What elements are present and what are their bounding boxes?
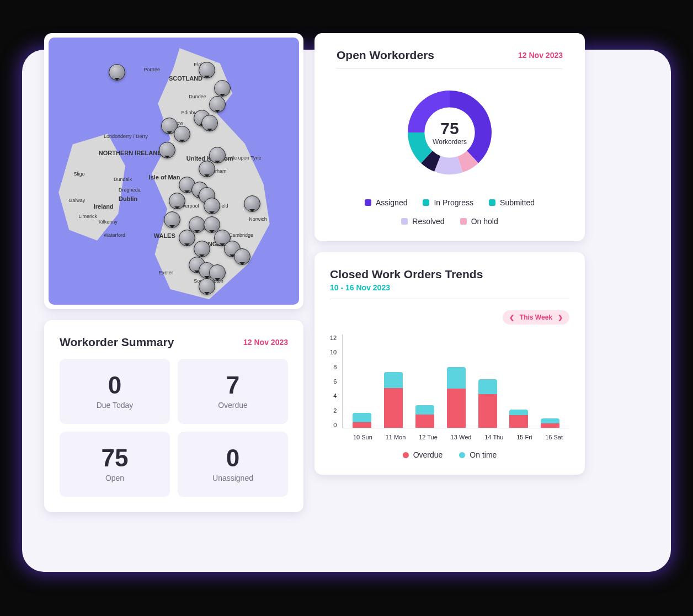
legend-label: Submitted (500, 198, 535, 207)
open-workorders-card: Open Workorders 12 Nov 2023 75 Workorder… (314, 33, 585, 241)
map-pin[interactable] (199, 161, 215, 177)
summary-title: Workorder Summary (60, 336, 174, 349)
legend-label: Assigned (376, 198, 408, 207)
map-label: Waterford (104, 232, 125, 238)
stat-label: Unassigned (183, 474, 282, 482)
legend-label: Overdue (413, 450, 443, 459)
map-label: Isle of Man (149, 174, 180, 180)
stat-value: 75 (65, 446, 164, 470)
x-tick: 11 Mon (386, 434, 406, 440)
uk-map[interactable]: SCOTLANDElginPortreeDundeeEdinburghGlasg… (49, 38, 299, 305)
map-pin[interactable] (209, 264, 226, 281)
bar-segment-overdue (509, 415, 528, 428)
map-pin[interactable] (164, 211, 180, 228)
map-label: Galway (68, 198, 85, 203)
bar-column[interactable] (447, 367, 466, 428)
bar-segment-ontime (509, 410, 528, 415)
legend-swatch (459, 452, 465, 458)
map-pin[interactable] (159, 142, 175, 158)
chevron-left-icon[interactable]: ❮ (509, 314, 514, 321)
legend-swatch (365, 199, 371, 206)
stat-label: Due Today (65, 401, 164, 410)
open-legend: AssignedIn ProgressSubmittedResolvedOn h… (337, 198, 563, 226)
map-label: NORTHERN IRELAND (99, 150, 162, 156)
map-label: Londonderry / Derry (104, 134, 148, 139)
legend-item[interactable]: On time (459, 450, 497, 459)
bar-segment-overdue (478, 394, 497, 428)
stat-tile[interactable]: 75Open (60, 432, 170, 497)
bar-legend: OverdueOn time (330, 450, 569, 459)
map-card: SCOTLANDElginPortreeDundeeEdinburghGlasg… (44, 33, 303, 309)
bar-column[interactable] (541, 418, 559, 428)
bar-column[interactable] (509, 410, 528, 428)
divider (337, 68, 563, 69)
legend-label: Resolved (412, 217, 444, 226)
bar-column[interactable] (415, 405, 434, 428)
x-axis-labels: 10 Sun11 Mon12 Tue13 Wed14 Thu15 Fri16 S… (330, 428, 569, 440)
map-label: Ireland (94, 203, 114, 210)
bar-segment-overdue (447, 389, 466, 428)
legend-item[interactable]: In Progress (423, 198, 473, 207)
bar-segment-ontime (541, 418, 559, 423)
bar-plot (342, 334, 569, 428)
trends-card: Closed Work Orders Trends 10 - 16 Nov 20… (314, 252, 585, 475)
legend-swatch (403, 452, 409, 458)
bar-column[interactable] (384, 372, 403, 428)
map-label: Norwich (249, 216, 267, 222)
map-pin[interactable] (199, 62, 215, 78)
donut-center-label: Workorders (433, 138, 467, 146)
map-pin[interactable] (109, 64, 125, 81)
bar-segment-overdue (415, 415, 434, 428)
bar-segment-ontime (447, 367, 466, 389)
y-tick: 12 (330, 334, 337, 341)
legend-swatch (401, 218, 408, 225)
stat-tile[interactable]: 0Unassigned (178, 432, 288, 497)
map-pin[interactable] (244, 195, 260, 212)
map-label: SCOTLAND (169, 75, 202, 82)
map-label: Kilkenny (99, 219, 118, 225)
stat-label: Overdue (183, 401, 282, 410)
bar-column[interactable] (478, 379, 497, 428)
map-label: Dundee (189, 94, 206, 99)
legend-item[interactable]: Overdue (403, 450, 443, 459)
bar-chart: 121086420 (330, 334, 569, 428)
map-pin[interactable] (174, 126, 190, 142)
map-pin[interactable] (209, 147, 226, 163)
y-tick: 4 (333, 392, 337, 399)
map-pin[interactable] (214, 80, 231, 97)
legend-label: On hold (471, 217, 498, 226)
stat-value: 7 (183, 373, 282, 397)
open-title: Open Workorders (337, 49, 434, 62)
legend-item[interactable]: Assigned (365, 198, 408, 207)
bar-segment-overdue (353, 422, 371, 428)
x-tick: 12 Tue (419, 434, 438, 440)
legend-item[interactable]: Submitted (489, 198, 535, 207)
stat-value: 0 (65, 373, 164, 397)
map-pin[interactable] (194, 241, 210, 257)
donut-center-value: 75 (433, 119, 467, 138)
map-label: Limerick (78, 214, 97, 219)
y-tick: 0 (333, 422, 337, 428)
map-pin[interactable] (169, 193, 185, 209)
legend-swatch (460, 218, 467, 225)
summary-stat-grid: 0Due Today7Overdue75Open0Unassigned (60, 359, 288, 497)
bar-column[interactable] (353, 413, 371, 428)
y-tick: 8 (333, 364, 337, 370)
week-selector[interactable]: ❮ This Week ❯ (503, 310, 569, 325)
x-tick: 15 Fri (516, 434, 532, 440)
legend-swatch (489, 199, 495, 206)
trends-range: 10 - 16 Nov 2023 (330, 283, 569, 292)
stat-tile[interactable]: 7Overdue (178, 359, 288, 424)
map-pin[interactable] (209, 96, 226, 113)
x-tick: 16 Sat (545, 434, 563, 440)
map-label: Exeter (159, 270, 173, 275)
legend-label: On time (470, 450, 497, 459)
divider (330, 299, 569, 299)
legend-item[interactable]: Resolved (401, 217, 444, 226)
legend-item[interactable]: On hold (460, 217, 498, 226)
chevron-right-icon[interactable]: ❯ (558, 314, 563, 321)
map-label: Dundalk (114, 177, 132, 182)
map-pin[interactable] (199, 278, 215, 295)
stat-tile[interactable]: 0Due Today (60, 359, 170, 424)
bar-segment-overdue (541, 423, 559, 428)
